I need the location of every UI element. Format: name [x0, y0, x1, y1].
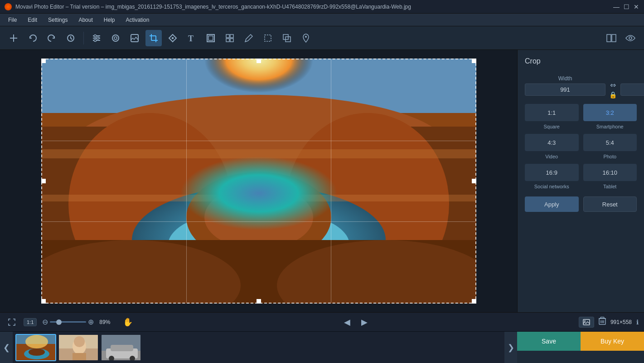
ratio-btn-5-4[interactable]: 5:4 — [583, 134, 637, 151]
filmstrip-item-3[interactable] — [101, 334, 141, 361]
height-input[interactable] — [620, 83, 644, 96]
svg-point-28 — [305, 36, 307, 38]
crop-handle-bm[interactable] — [257, 299, 261, 304]
ratio-btn-16-10[interactable]: 16:10 — [583, 164, 637, 181]
window-controls: — ☐ ✕ — [613, 4, 639, 10]
zoom-out-icon[interactable]: ⊖ — [42, 318, 48, 326]
menu-settings[interactable]: Settings — [44, 15, 72, 25]
ratio-btn-16-9[interactable]: 16:9 — [525, 164, 579, 181]
svg-point-31 — [629, 37, 632, 39]
menu-activation[interactable]: Activation — [121, 15, 154, 25]
ratio-label-video: Video — [545, 154, 558, 159]
filmstrip-next[interactable]: ❯ — [504, 332, 517, 363]
crop-button[interactable] — [145, 30, 162, 46]
eye-button[interactable] — [622, 30, 639, 46]
grid-h2 — [42, 221, 475, 222]
dimension-row: Width ⇔ 🔒 Height — [525, 73, 637, 98]
clone-button[interactable] — [279, 30, 295, 46]
replace-bg-button[interactable] — [126, 30, 143, 46]
svg-point-73 — [130, 356, 135, 361]
nav-next-button[interactable]: ▶ — [359, 317, 369, 327]
adjust-button[interactable] — [88, 30, 105, 46]
filmstrip-items — [13, 332, 504, 363]
crop-grid — [42, 59, 475, 303]
menu-edit[interactable]: Edit — [23, 15, 42, 25]
bottom-section: ❮ — [0, 331, 644, 363]
maximize-button[interactable]: ☐ — [623, 4, 629, 10]
select-rect-button[interactable] — [260, 30, 276, 46]
pin-button[interactable] — [298, 30, 314, 46]
mosaic-button[interactable] — [222, 30, 238, 46]
close-button[interactable]: ✕ — [633, 4, 639, 10]
ratio-grid: 1:1 Square 3:2 Smartphone 4:3 Video 5:4 — [525, 104, 637, 189]
crop-handle-tm[interactable] — [257, 59, 261, 63]
undo-button[interactable] — [24, 30, 41, 46]
ratio-label-tablet: Tablet — [603, 184, 616, 189]
save-button[interactable]: Save — [517, 332, 581, 351]
image-container — [41, 59, 476, 304]
apply-button[interactable]: Apply — [525, 196, 579, 212]
crop-handle-mr[interactable] — [472, 179, 476, 183]
main-layout: Crop Width ⇔ 🔒 Height 1:1 Square — [0, 50, 644, 312]
status-right: 991×558 ℹ — [579, 317, 639, 328]
ratio-item-square: 1:1 Square — [525, 104, 579, 129]
crop-box[interactable] — [41, 59, 476, 304]
svg-point-72 — [109, 356, 114, 361]
svg-rect-20 — [208, 36, 213, 40]
ratio-btn-3-2[interactable]: 3:2 — [583, 104, 637, 121]
svg-rect-24 — [230, 39, 233, 42]
fullscreen-button[interactable] — [5, 316, 18, 329]
crop-handle-tr[interactable] — [472, 59, 476, 63]
filmstrip-item-1[interactable] — [15, 334, 56, 361]
grid-v2 — [331, 59, 331, 303]
erase-button[interactable] — [165, 30, 181, 46]
grid-h1 — [42, 141, 475, 141]
redo-button[interactable] — [44, 30, 60, 46]
menu-file[interactable]: File — [4, 15, 21, 25]
text-button[interactable]: T — [184, 30, 200, 46]
svg-point-7 — [97, 37, 99, 39]
svg-rect-23 — [226, 39, 229, 42]
ratio-label-square: Square — [544, 124, 560, 129]
zoom-1-1-button[interactable]: 1:1 — [24, 318, 37, 326]
reset-button[interactable]: Reset — [583, 196, 637, 212]
svg-point-62 — [29, 348, 45, 356]
pen-button[interactable] — [241, 30, 257, 46]
svg-rect-22 — [230, 34, 233, 38]
swap-icon[interactable]: ⇔ — [610, 81, 616, 89]
crop-handle-bl[interactable] — [41, 299, 46, 304]
crop-handle-br[interactable] — [472, 299, 476, 304]
zoom-slider[interactable] — [50, 321, 86, 323]
hand-tool-icon[interactable]: ✋ — [123, 317, 133, 327]
svg-point-10 — [114, 37, 117, 39]
action-row: Apply Reset — [525, 196, 637, 212]
compare-button[interactable] — [603, 30, 620, 46]
ratio-btn-1-1[interactable]: 1:1 — [525, 104, 579, 121]
add-button[interactable] — [5, 30, 22, 46]
retouch-button[interactable] — [107, 30, 124, 46]
crop-handle-ml[interactable] — [41, 179, 46, 183]
buy-key-button[interactable]: Buy Key — [581, 332, 644, 351]
nav-prev-button[interactable]: ◀ — [342, 317, 352, 327]
frame-button[interactable] — [203, 30, 219, 46]
ratio-btn-4-3[interactable]: 4:3 — [525, 134, 579, 151]
ratio-item-tablet: 16:10 Tablet — [583, 164, 637, 189]
image-icon-button[interactable] — [579, 317, 594, 328]
ratio-item-video: 4:3 Video — [525, 134, 579, 159]
status-bar: 1:1 ⊖ ⊕ 89% ✋ ◀ ▶ 991×558 ℹ — [0, 312, 644, 331]
crop-handle-tl[interactable] — [41, 59, 46, 63]
zoom-in-icon[interactable]: ⊕ — [88, 318, 94, 326]
history-button[interactable] — [63, 30, 79, 46]
minimize-button[interactable]: — — [613, 4, 620, 10]
menu-about[interactable]: About — [74, 15, 97, 25]
filmstrip-prev[interactable]: ❮ — [0, 332, 13, 363]
filmstrip-item-2[interactable] — [58, 334, 99, 361]
svg-point-8 — [94, 39, 97, 41]
svg-point-9 — [112, 35, 119, 41]
ratio-item-smartphone: 3:2 Smartphone — [583, 104, 637, 129]
width-input[interactable] — [525, 83, 605, 96]
lock-icon[interactable]: 🔒 — [609, 91, 617, 98]
delete-button[interactable] — [599, 317, 606, 327]
info-icon[interactable]: ℹ — [636, 319, 639, 326]
menu-help[interactable]: Help — [99, 15, 120, 25]
